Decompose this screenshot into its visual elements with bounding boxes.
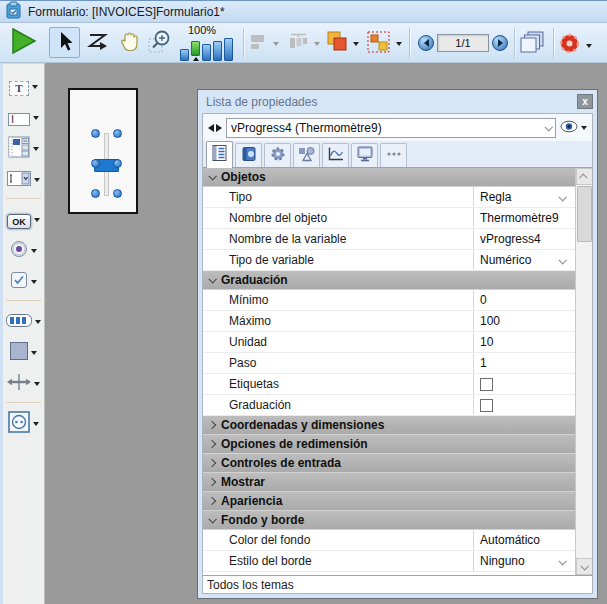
checkbox[interactable]	[480, 399, 493, 412]
property-value[interactable]: vProgress4	[473, 229, 575, 249]
align-tool-button[interactable]	[249, 32, 279, 55]
dropdown-arrow-icon[interactable]	[31, 249, 37, 253]
combo-box-tool[interactable]	[3, 167, 44, 193]
previous-object-icon[interactable]	[208, 124, 214, 132]
view-options-button[interactable]	[560, 119, 587, 137]
dropdown-arrow-icon[interactable]	[31, 280, 37, 284]
zoom-bar-5[interactable]	[224, 38, 233, 61]
scrollbar-thumb[interactable]	[577, 186, 592, 242]
panel-titlebar[interactable]: Lista de propiedades x	[198, 90, 597, 113]
property-value[interactable]: 100	[473, 311, 575, 331]
section-header[interactable]: Controles de entrada	[203, 454, 575, 473]
dropdown-arrow-icon[interactable]	[33, 147, 39, 151]
checkbox-tool[interactable]	[3, 269, 44, 295]
tab-objects[interactable]	[293, 143, 320, 167]
distribute-tool-button[interactable]	[287, 32, 320, 55]
magnifier-icon	[148, 29, 173, 58]
entry-order-tool-button[interactable]	[86, 31, 112, 55]
dropdown-arrow-icon[interactable]	[34, 178, 40, 182]
section-header[interactable]: Opciones de redimensión	[203, 435, 575, 454]
section-header[interactable]: Fondo y borde	[203, 511, 575, 530]
property-value[interactable]: Regla	[473, 187, 575, 207]
list-box-tool[interactable]	[3, 136, 44, 162]
form-canvas[interactable]	[68, 88, 138, 214]
dropdown-arrow-icon[interactable]	[34, 382, 40, 386]
tab-more[interactable]	[380, 143, 407, 167]
zoom-bar-current[interactable]	[191, 41, 200, 56]
zoom-bar-3[interactable]	[202, 44, 211, 61]
property-label: Color del fondo	[203, 530, 473, 550]
form-pages-button[interactable]	[519, 30, 549, 61]
vertical-scrollbar[interactable]	[575, 168, 592, 575]
close-icon[interactable]: x	[577, 94, 593, 109]
dropdown-arrow-icon[interactable]	[34, 218, 40, 222]
property-value[interactable]: Ninguno	[473, 551, 575, 571]
next-object-icon[interactable]	[216, 124, 222, 132]
selection-handle[interactable]	[113, 159, 122, 168]
property-label: Mínimo	[203, 290, 473, 310]
section-header[interactable]: Apariencia	[203, 492, 575, 511]
dropdown-arrow-icon[interactable]	[31, 351, 37, 355]
property-value[interactable]: Automático	[473, 530, 575, 550]
dropdown-arrow-icon[interactable]	[32, 85, 38, 89]
tab-events[interactable]	[322, 143, 349, 167]
object-selector-combo[interactable]: vProgress4 (Thermomètre9)	[226, 118, 556, 138]
pan-tool-button[interactable]	[116, 30, 142, 56]
property-value[interactable]	[473, 374, 575, 394]
chevron-down-icon[interactable]	[558, 193, 566, 201]
property-value[interactable]: Thermomètre9	[473, 208, 575, 228]
scroll-down-button[interactable]	[576, 558, 593, 575]
dropdown-arrow-icon[interactable]	[33, 422, 39, 426]
selection-handle[interactable]	[91, 159, 100, 168]
next-page-button[interactable]	[492, 35, 508, 51]
property-value[interactable]: 10	[473, 332, 575, 352]
section-header[interactable]: Coordenadas y dimensiones	[203, 416, 575, 435]
zoom-bar-1[interactable]	[180, 49, 189, 61]
button-tool[interactable]: OK	[3, 207, 44, 233]
selection-handle[interactable]	[91, 189, 100, 198]
zoom-bars-control[interactable]	[180, 37, 233, 61]
chevron-down-icon[interactable]	[558, 557, 566, 565]
dropdown-arrow-icon[interactable]	[33, 116, 39, 120]
dropdown-arrow-icon[interactable]	[273, 42, 279, 46]
section-header[interactable]: Objetos	[203, 168, 575, 187]
dropdown-arrow-icon[interactable]	[586, 44, 592, 48]
chevron-down-icon[interactable]	[558, 256, 566, 264]
property-value[interactable]	[473, 395, 575, 415]
layer-tool-button[interactable]	[326, 30, 359, 57]
settings-button[interactable]	[558, 32, 592, 59]
run-form-button[interactable]	[8, 28, 38, 58]
plugin-area-tool[interactable]	[3, 411, 44, 437]
prev-page-button[interactable]	[418, 35, 434, 51]
zoom-tool-button[interactable]	[147, 30, 173, 56]
text-tool[interactable]: T	[3, 74, 44, 100]
tab-settings[interactable]	[264, 143, 291, 167]
group-tool-button[interactable]	[367, 31, 402, 57]
rectangle-tool[interactable]	[3, 340, 44, 366]
input-field-tool[interactable]: I	[3, 105, 44, 131]
selection-handle[interactable]	[113, 189, 122, 198]
dropdown-arrow-icon[interactable]	[314, 42, 320, 46]
zoom-bar-4[interactable]	[213, 41, 222, 61]
radio-button-tool[interactable]	[3, 238, 44, 264]
tab-data[interactable]	[235, 143, 262, 167]
selection-handle[interactable]	[91, 129, 100, 138]
dropdown-arrow-icon[interactable]	[35, 320, 41, 324]
selection-handle[interactable]	[113, 129, 122, 138]
dropdown-arrow-icon[interactable]	[353, 42, 359, 46]
select-tool-button[interactable]	[49, 27, 80, 58]
scroll-up-button[interactable]	[576, 168, 593, 185]
tab-all-properties[interactable]	[206, 141, 233, 168]
property-value[interactable]: 0	[473, 290, 575, 310]
property-row: Etiquetas	[203, 374, 575, 395]
tab-display[interactable]	[351, 143, 378, 167]
splitter-tool[interactable]	[3, 371, 44, 397]
property-value[interactable]: 1	[473, 353, 575, 373]
checkbox[interactable]	[480, 378, 493, 391]
dropdown-arrow-icon[interactable]	[581, 126, 587, 130]
dropdown-arrow-icon[interactable]	[396, 42, 402, 46]
section-header[interactable]: Mostrar	[203, 473, 575, 492]
property-value[interactable]: Numérico	[473, 250, 575, 270]
progress-tool[interactable]	[3, 309, 44, 335]
section-header[interactable]: Graduación	[203, 271, 575, 290]
